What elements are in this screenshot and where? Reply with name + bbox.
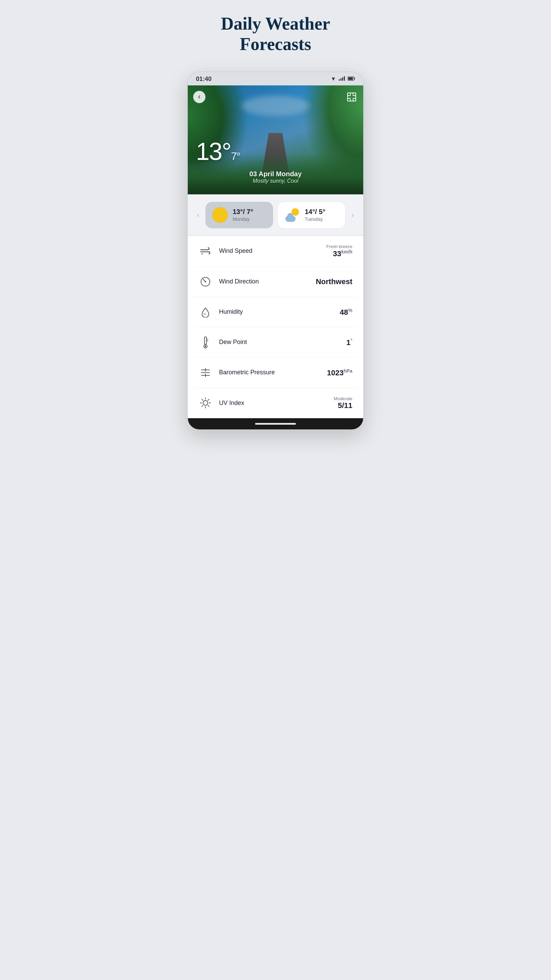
svg-rect-0 [339,79,340,81]
svg-marker-38 [205,369,206,370]
svg-rect-7 [348,93,356,101]
tuesday-weather-icon [284,207,300,223]
dew-point-icon [198,336,212,349]
humidity-icon: % [198,305,212,319]
signal-icon [339,76,345,82]
uv-index-icon [198,396,212,410]
temperature-high: 13°7° [196,138,240,165]
uv-index-value: Moderate 5/11 [333,396,353,410]
weather-hero: 13°7° 03 April Monday Mostly sunny, Cool [188,86,363,194]
svg-line-47 [208,399,209,401]
status-time: 01:40 [196,76,211,83]
day-card-monday[interactable]: 13°/ 7° Monday [205,202,273,228]
svg-rect-6 [348,78,353,80]
svg-rect-1 [340,78,341,81]
hero-condition: Mostly sunny, Cool [188,178,363,184]
wind-speed-value: Fresh breeze 33km/h [326,244,353,258]
svg-point-40 [203,401,208,405]
dew-point-label: Dew Point [219,339,346,346]
svg-rect-2 [342,77,343,81]
wind-direction-label: Wind Direction [219,278,316,285]
svg-point-30 [205,345,206,347]
humidity-label: Humidity [219,308,340,315]
pressure-main: 1023hPa [327,369,353,377]
monday-temp-info: 13°/ 7° Monday [233,208,253,222]
humidity-main: 48% [340,308,353,317]
svg-rect-5 [354,78,355,80]
image-icon[interactable] [346,91,358,103]
dew-point-row: Dew Point 1° [193,327,358,358]
back-button[interactable] [193,91,205,103]
svg-text:%: % [203,312,206,316]
wind-speed-label: Wind Speed [219,247,326,255]
humidity-row: % Humidity 48% [193,297,358,327]
wind-speed-main: 33km/h [333,250,353,258]
monday-label: Monday [233,216,253,222]
tuesday-temp: 14°/ 5° [305,208,325,216]
scroll-left-arrow[interactable]: ‹ [193,210,203,220]
svg-rect-28 [205,337,206,344]
wind-direction-icon [198,275,212,288]
uv-index-main: 5/11 [338,401,353,410]
home-indicator[interactable] [255,423,296,425]
wind-speed-icon: 5 [198,244,212,258]
uv-index-secondary: Moderate [333,396,353,401]
pressure-icon [198,366,212,379]
battery-icon [348,76,355,82]
partly-cloudy-icon [285,208,300,223]
hero-date: 03 April Monday [188,170,363,178]
svg-point-26 [205,281,206,282]
svg-rect-3 [344,76,345,81]
svg-line-20 [217,217,218,218]
date-info: 03 April Monday Mostly sunny, Cool [188,170,363,184]
svg-line-45 [202,399,203,401]
page-wrapper: Daily Weather Forecasts 01:40 ▼ [184,14,367,430]
phone-frame: 01:40 ▼ [187,72,364,430]
dew-point-value: 1° [346,337,353,347]
svg-line-18 [222,217,224,218]
uv-index-row: UV Index Moderate 5/11 [193,388,358,418]
weather-details: 5 Wind Speed Fresh breeze 33km/h [188,236,363,418]
humidity-value: 48% [340,307,353,317]
svg-line-48 [202,406,203,407]
wind-speed-row: 5 Wind Speed Fresh breeze 33km/h [193,236,358,267]
page-title: Daily Weather Forecasts [221,14,330,54]
dew-point-main: 1° [346,338,353,347]
pressure-label: Barometric Pressure [219,369,327,376]
wind-direction-value: Northwest [316,277,353,286]
scroll-right-arrow[interactable]: › [348,210,358,220]
day-selector: ‹ [188,195,363,235]
wind-direction-row: Wind Direction Northwest [193,267,358,297]
svg-marker-39 [205,375,206,377]
wind-speed-secondary: Fresh breeze [326,244,353,249]
svg-line-17 [217,212,218,213]
status-icons: ▼ [330,76,355,82]
monday-temp: 13°/ 7° [233,208,253,216]
svg-line-46 [208,406,209,407]
pressure-value: 1023hPa [327,368,353,377]
svg-line-19 [222,212,224,213]
tuesday-temp-info: 14°/ 5° Tuesday [305,208,325,222]
svg-text:5: 5 [202,253,203,255]
monday-sun-icon [212,207,228,223]
status-bar: 01:40 ▼ [188,72,363,86]
temperature-display: 13°7° [196,139,240,164]
svg-point-12 [217,212,223,218]
wifi-icon: ▼ [330,76,336,82]
uv-index-label: UV Index [219,399,333,407]
tuesday-label: Tuesday [305,216,325,222]
home-bar [188,418,363,430]
pressure-row: Barometric Pressure 1023hPa [193,358,358,388]
day-card-tuesday[interactable]: 14°/ 5° Tuesday [277,202,346,229]
wind-direction-main: Northwest [316,277,353,286]
